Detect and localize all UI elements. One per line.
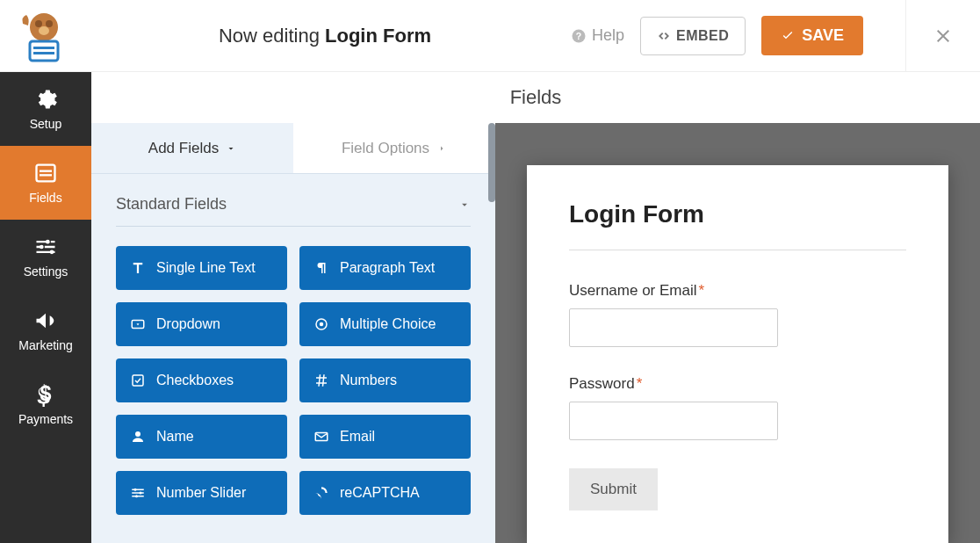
field-paragraph-text[interactable]: Paragraph Text	[299, 246, 471, 290]
field-numbers[interactable]: Numbers	[299, 358, 471, 402]
preview-field-password[interactable]: Password*	[569, 375, 906, 440]
field-grid: Single Line Text Paragraph Text Dropdown	[116, 246, 471, 515]
group-title: Standard Fields	[116, 195, 227, 214]
field-label: Name	[156, 429, 194, 445]
main-area: Setup Fields Settings Marketing $ Paymen…	[0, 72, 980, 543]
tab-label: Add Fields	[148, 140, 219, 157]
field-number-slider[interactable]: Number Slider	[116, 471, 287, 515]
svg-point-14	[50, 250, 54, 255]
tab-field-options[interactable]: Field Options	[293, 123, 495, 173]
field-label: Checkboxes	[156, 373, 234, 388]
field-multiple-choice[interactable]: Multiple Choice	[299, 302, 471, 346]
chevron-down-icon	[458, 199, 471, 211]
help-link[interactable]: ? Help	[571, 26, 624, 45]
svg-point-20	[135, 431, 141, 437]
close-icon	[933, 25, 954, 47]
sidebar-item-setup[interactable]: Setup	[0, 72, 91, 146]
sidebar-label: Setup	[30, 117, 62, 131]
scrollbar[interactable]	[488, 123, 495, 543]
field-label: Password*	[569, 375, 906, 393]
form-name: Login Form	[325, 25, 431, 47]
field-label: Numbers	[340, 373, 397, 388]
username-input[interactable]	[569, 308, 778, 347]
sidebar-item-marketing[interactable]: Marketing	[0, 293, 91, 367]
field-label: Email	[340, 429, 375, 445]
editing-label: Now editing Login Form	[219, 25, 431, 47]
envelope-icon	[313, 429, 329, 445]
field-checkboxes[interactable]: Checkboxes	[116, 358, 287, 402]
checkbox-icon	[130, 373, 146, 388]
topbar: Now editing Login Form ? Help EMBED SAVE	[0, 0, 980, 72]
field-single-line-text[interactable]: Single Line Text	[116, 246, 287, 290]
fields-panel: Add Fields Field Options Standard Fields	[91, 123, 495, 543]
svg-point-2	[46, 20, 53, 27]
panel-tabs: Add Fields Field Options	[91, 123, 495, 174]
field-dropdown[interactable]: Dropdown	[116, 302, 287, 346]
close-button[interactable]	[905, 0, 962, 72]
hash-icon	[313, 373, 329, 388]
dropdown-icon	[130, 316, 146, 332]
field-label: Paragraph Text	[340, 260, 435, 276]
svg-point-1	[35, 20, 42, 27]
sidebar-item-payments[interactable]: $ Payments	[0, 367, 91, 441]
sidebar-item-settings[interactable]: Settings	[0, 220, 91, 293]
editing-prefix: Now editing	[219, 25, 325, 47]
field-label: Number Slider	[156, 485, 246, 501]
check-icon	[781, 29, 795, 43]
chevron-right-icon	[436, 143, 447, 154]
save-button[interactable]: SAVE	[761, 16, 863, 55]
code-icon	[657, 29, 671, 43]
password-input[interactable]	[569, 402, 778, 440]
left-sidebar: Setup Fields Settings Marketing $ Paymen…	[0, 72, 91, 543]
field-recaptcha[interactable]: reCAPTCHA	[299, 471, 471, 515]
submit-button[interactable]: Submit	[569, 468, 658, 510]
svg-rect-5	[33, 47, 54, 49]
svg-text:$: $	[40, 382, 52, 405]
svg-rect-19	[133, 375, 143, 386]
save-label: SAVE	[802, 26, 844, 45]
sidebar-label: Settings	[24, 264, 68, 279]
field-name[interactable]: Name	[116, 415, 287, 459]
required-mark: *	[637, 375, 643, 392]
group-standard-fields[interactable]: Standard Fields	[116, 195, 471, 227]
svg-point-23	[140, 492, 142, 495]
svg-text:?: ?	[576, 30, 581, 40]
chevron-down-icon	[226, 143, 236, 154]
help-label: Help	[592, 26, 624, 45]
submit-label: Submit	[590, 481, 637, 497]
svg-rect-10	[40, 170, 52, 172]
tab-add-fields[interactable]: Add Fields	[91, 123, 293, 173]
submit-row: Submit	[569, 468, 906, 510]
app-logo	[9, 5, 79, 67]
svg-point-3	[39, 26, 49, 35]
form-icon	[33, 161, 58, 185]
field-email[interactable]: Email	[299, 415, 471, 459]
field-label: Dropdown	[156, 316, 220, 332]
person-icon	[130, 429, 146, 445]
editing-title-area: Now editing Login Form	[79, 25, 571, 47]
radio-icon	[313, 316, 329, 332]
field-label: Username or Email*	[569, 282, 906, 300]
tab-label: Field Options	[342, 140, 429, 157]
workspace: Fields Add Fields Field Options	[91, 72, 980, 543]
dollar-icon: $	[33, 382, 58, 407]
embed-button[interactable]: EMBED	[640, 17, 746, 55]
sidebar-label: Payments	[18, 412, 73, 426]
help-icon: ?	[571, 28, 587, 44]
recaptcha-icon	[313, 485, 329, 501]
svg-rect-6	[33, 52, 54, 54]
field-label: Single Line Text	[156, 260, 256, 276]
preview-form-title: Login Form	[569, 200, 906, 250]
scrollbar-thumb[interactable]	[488, 123, 495, 202]
paragraph-icon	[313, 260, 329, 276]
svg-point-22	[134, 489, 137, 491]
preview-field-username[interactable]: Username or Email*	[569, 282, 906, 347]
svg-point-24	[135, 495, 138, 497]
gear-icon	[33, 87, 58, 112]
panel-body: Standard Fields Single Line Text Paragra…	[91, 174, 495, 543]
label-text: Username or Email	[569, 282, 697, 299]
embed-label: EMBED	[676, 28, 729, 44]
sidebar-item-fields[interactable]: Fields	[0, 146, 91, 220]
text-icon	[130, 260, 146, 276]
label-text: Password	[569, 375, 635, 392]
